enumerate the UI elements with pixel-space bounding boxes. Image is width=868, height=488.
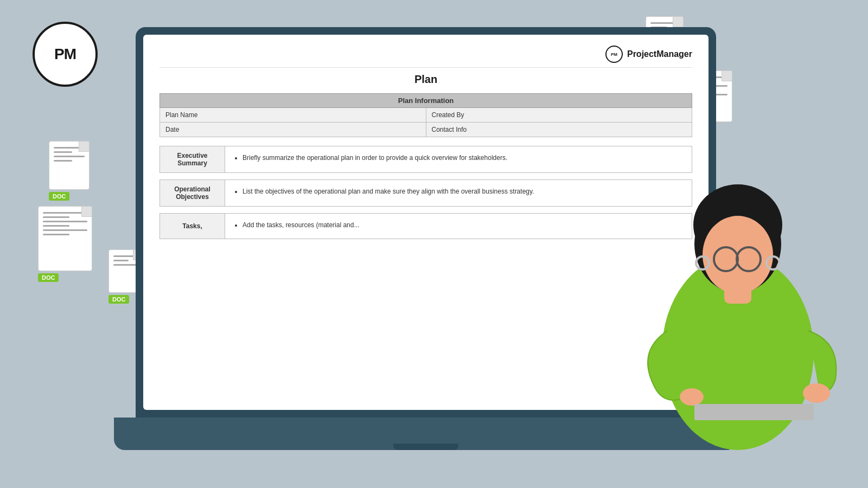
doc-pm-logo: PM ProjectManager — [605, 46, 692, 63]
doc-line — [43, 212, 87, 214]
table-row: Date Contact Info — [160, 123, 692, 137]
date-label: Date — [160, 123, 426, 137]
doc-line — [54, 156, 85, 157]
doc-float-left-top: DOC — [49, 141, 90, 201]
svg-point-11 — [680, 388, 704, 406]
created-by-label: Created By — [426, 108, 692, 123]
doc-line — [43, 234, 69, 235]
doc-float-left-lower: DOC — [38, 206, 92, 282]
svg-point-10 — [803, 383, 830, 403]
operational-objectives-block: Operational Objectives List the objectiv… — [159, 179, 692, 207]
doc-paper — [38, 206, 92, 271]
tasks-content: Add the tasks, resources (material and..… — [225, 214, 692, 239]
tasks-label: Tasks, — [160, 214, 225, 239]
doc-header: PM ProjectManager — [159, 46, 692, 68]
executive-summary-block: Executive Summary Briefly summarize the … — [159, 146, 692, 173]
operational-objectives-label: Operational Objectives — [160, 180, 225, 206]
doc-pm-name: ProjectManager — [627, 49, 692, 59]
doc-line — [43, 216, 69, 218]
doc-title: Plan — [159, 73, 692, 86]
small-laptop — [694, 404, 814, 420]
doc-pm-circle-text: PM — [611, 52, 617, 57]
doc-line — [113, 255, 139, 257]
executive-summary-label: Executive Summary — [160, 146, 225, 172]
doc-paper — [49, 141, 90, 190]
doc-line — [113, 264, 139, 266]
pm-logo-text: PM — [54, 46, 76, 63]
tasks-block: Tasks, Add the tasks, resources (materia… — [159, 213, 692, 239]
doc-line — [54, 160, 72, 162]
doc-badge: DOC — [38, 273, 59, 282]
doc-badge: DOC — [49, 192, 69, 201]
tasks-item: Add the tasks, resources (material and..… — [242, 220, 683, 230]
doc-line — [54, 151, 72, 153]
plan-info-header: Plan Information — [160, 94, 692, 108]
executive-summary-item: Briefly summarize the operational plan i… — [242, 153, 683, 163]
doc-line — [54, 147, 85, 149]
operational-objectives-item: List the objectives of the operational p… — [242, 187, 683, 196]
operational-objectives-content: List the objectives of the operational p… — [225, 180, 692, 206]
doc-line — [43, 229, 87, 231]
doc-badge: DOC — [108, 295, 129, 304]
doc-pm-circle: PM — [605, 46, 623, 63]
plan-info-table: Plan Information Plan Name Created By Da… — [159, 93, 692, 137]
doc-line — [43, 225, 69, 227]
character-illustration — [624, 125, 852, 450]
doc-line — [43, 221, 87, 222]
executive-summary-content: Briefly summarize the operational plan i… — [225, 146, 692, 172]
pm-logo: PM — [33, 22, 98, 87]
plan-name-label: Plan Name — [160, 108, 426, 123]
doc-line — [650, 22, 679, 24]
doc-line — [113, 260, 129, 261]
table-row: Plan Name Created By — [160, 108, 692, 123]
